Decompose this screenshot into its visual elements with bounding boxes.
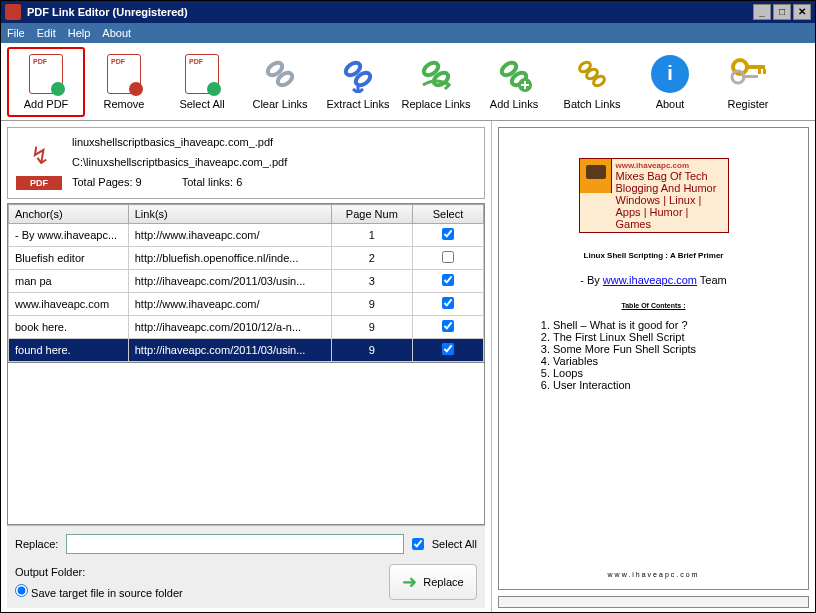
menu-about[interactable]: About bbox=[102, 27, 131, 39]
cell-anchor: - By www.ihaveapc... bbox=[9, 224, 129, 247]
col-anchor[interactable]: Anchor(s) bbox=[9, 205, 129, 224]
left-pane: PDF linuxshellscriptbasics_ihaveapc.com_… bbox=[1, 121, 491, 613]
cell-select[interactable] bbox=[412, 293, 483, 316]
col-link[interactable]: Link(s) bbox=[128, 205, 331, 224]
row-checkbox[interactable] bbox=[442, 297, 454, 309]
menu-file[interactable]: File bbox=[7, 27, 25, 39]
svg-rect-15 bbox=[763, 69, 766, 74]
row-checkbox[interactable] bbox=[442, 228, 454, 240]
titlebar: PDF Link Editor (Unregistered) _ □ ✕ bbox=[1, 1, 815, 23]
cell-anchor: Bluefish editor bbox=[9, 247, 129, 270]
remove-button[interactable]: Remove bbox=[85, 47, 163, 117]
table-row[interactable]: man pahttp://ihaveapc.com/2011/03/usin..… bbox=[9, 270, 484, 293]
save-option-row[interactable]: Save target file in source folder bbox=[15, 587, 183, 599]
cell-anchor: www.ihaveapc.com bbox=[9, 293, 129, 316]
replace-arrow-icon: ➜ bbox=[402, 571, 417, 593]
add-links-button[interactable]: Add Links bbox=[475, 47, 553, 117]
svg-rect-13 bbox=[745, 65, 765, 69]
cell-page: 2 bbox=[331, 247, 412, 270]
toolbar-label: Clear Links bbox=[252, 98, 307, 110]
replace-input[interactable] bbox=[66, 534, 403, 554]
keys-icon bbox=[728, 55, 768, 93]
toolbar-label: Add PDF bbox=[24, 98, 69, 110]
row-checkbox[interactable] bbox=[442, 251, 454, 263]
save-in-source-radio[interactable] bbox=[15, 584, 28, 597]
cell-select[interactable] bbox=[412, 339, 483, 362]
info-icon: i bbox=[651, 55, 689, 93]
cell-link: http://www.ihaveapc.com/ bbox=[128, 293, 331, 316]
cell-select[interactable] bbox=[412, 224, 483, 247]
preview-site: www.ihaveapc.com bbox=[616, 161, 724, 170]
col-select[interactable]: Select bbox=[412, 205, 483, 224]
replace-button[interactable]: ➜ Replace bbox=[389, 564, 477, 600]
svg-rect-17 bbox=[742, 75, 758, 78]
cell-select[interactable] bbox=[412, 316, 483, 339]
row-checkbox[interactable] bbox=[442, 343, 454, 355]
preview-banner: www.ihaveapc.com Mixes Bag Of Tech Blogg… bbox=[579, 158, 729, 233]
table-row[interactable]: - By www.ihaveapc...http://www.ihaveapc.… bbox=[9, 224, 484, 247]
row-checkbox[interactable] bbox=[442, 320, 454, 332]
select-all-checkbox[interactable] bbox=[412, 538, 424, 550]
cell-link: http://ihaveapc.com/2011/03/usin... bbox=[128, 270, 331, 293]
table-row[interactable]: found here.http://ihaveapc.com/2011/03/u… bbox=[9, 339, 484, 362]
chain-replace-icon bbox=[417, 55, 455, 93]
minimize-button[interactable]: _ bbox=[753, 4, 771, 20]
maximize-button[interactable]: □ bbox=[773, 4, 791, 20]
table-row[interactable]: Bluefish editorhttp://bluefish.openoffic… bbox=[9, 247, 484, 270]
table-row[interactable]: book here.http://ihaveapc.com/2010/12/a-… bbox=[9, 316, 484, 339]
preview-footer: www.ihaveapc.com bbox=[533, 571, 774, 578]
cell-anchor: book here. bbox=[9, 316, 129, 339]
menubar: File Edit Help About bbox=[1, 23, 815, 43]
about-button[interactable]: i About bbox=[631, 47, 709, 117]
toc-item: User Interaction bbox=[553, 379, 774, 391]
preview-title: Linux Shell Scripting : A Brief Primer bbox=[533, 251, 774, 260]
bottom-panel: Replace: Select All Output Folder: Save … bbox=[7, 525, 485, 608]
cell-page: 9 bbox=[331, 339, 412, 362]
svg-rect-14 bbox=[758, 69, 761, 74]
cell-page: 3 bbox=[331, 270, 412, 293]
total-links: Total links: 6 bbox=[182, 176, 243, 188]
select-all-button[interactable]: Select All bbox=[163, 47, 241, 117]
pdf-preview[interactable]: www.ihaveapc.com Mixes Bag Of Tech Blogg… bbox=[498, 127, 809, 590]
preview-tagline1: Mixes Bag Of Tech Blogging And Humor bbox=[616, 170, 724, 194]
window-title: PDF Link Editor (Unregistered) bbox=[27, 6, 188, 18]
preview-scrollbar[interactable] bbox=[498, 596, 809, 608]
clear-links-button[interactable]: Clear Links bbox=[241, 47, 319, 117]
chain-clear-icon bbox=[261, 55, 299, 93]
menu-help[interactable]: Help bbox=[68, 27, 91, 39]
row-checkbox[interactable] bbox=[442, 274, 454, 286]
toc-item: Loops bbox=[553, 367, 774, 379]
cell-page: 9 bbox=[331, 293, 412, 316]
preview-byline: - By www.ihaveapc.com Team bbox=[533, 274, 774, 286]
total-pages: Total Pages: 9 bbox=[72, 176, 142, 188]
cell-page: 9 bbox=[331, 316, 412, 339]
toolbar-label: Replace Links bbox=[401, 98, 470, 110]
toolbar-label: Register bbox=[728, 98, 769, 110]
pdf-file-icon: PDF bbox=[16, 136, 62, 190]
links-table[interactable]: Anchor(s) Link(s) Page Num Select - By w… bbox=[7, 203, 485, 363]
preview-pane: www.ihaveapc.com Mixes Bag Of Tech Blogg… bbox=[491, 121, 815, 613]
toolbar-label: About bbox=[656, 98, 685, 110]
cell-select[interactable] bbox=[412, 270, 483, 293]
toolbar-label: Batch Links bbox=[564, 98, 621, 110]
pdf-select-icon bbox=[185, 54, 219, 94]
batch-links-button[interactable]: Batch Links bbox=[553, 47, 631, 117]
chain-add-icon bbox=[495, 55, 533, 93]
cell-select[interactable] bbox=[412, 247, 483, 270]
extract-links-button[interactable]: Extract Links bbox=[319, 47, 397, 117]
close-button[interactable]: ✕ bbox=[793, 4, 811, 20]
table-row[interactable]: www.ihaveapc.comhttp://www.ihaveapc.com/… bbox=[9, 293, 484, 316]
cell-link: http://ihaveapc.com/2011/03/usin... bbox=[128, 339, 331, 362]
cell-page: 1 bbox=[331, 224, 412, 247]
toc-item: The First Linux Shell Script bbox=[553, 331, 774, 343]
col-page[interactable]: Page Num bbox=[331, 205, 412, 224]
cell-link: http://www.ihaveapc.com/ bbox=[128, 224, 331, 247]
toc-item: Variables bbox=[553, 355, 774, 367]
replace-links-button[interactable]: Replace Links bbox=[397, 47, 475, 117]
cell-link: http://bluefish.openoffice.nl/inde... bbox=[128, 247, 331, 270]
add-pdf-button[interactable]: Add PDF bbox=[7, 47, 85, 117]
replace-button-label: Replace bbox=[423, 576, 463, 588]
register-button[interactable]: Register bbox=[709, 47, 787, 117]
toc-item: Some More Fun Shell Scripts bbox=[553, 343, 774, 355]
menu-edit[interactable]: Edit bbox=[37, 27, 56, 39]
